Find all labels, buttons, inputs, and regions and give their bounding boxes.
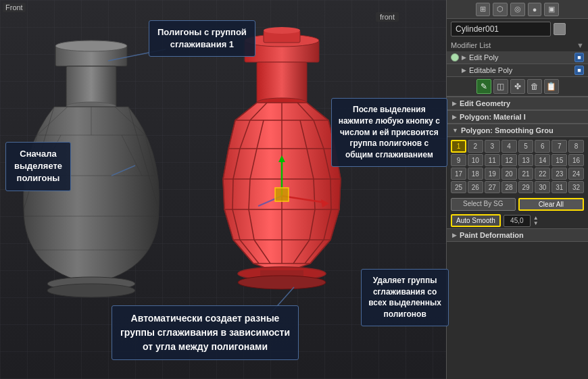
smoothing-groups-grid: 1 2 3 4 5 6 7 8 9 10 11 12 13 14 15 16 1…: [447, 137, 588, 196]
tooltip-auto-smooth-desc: Автоматически создает разныегруппы сглаж…: [112, 305, 299, 360]
tooltip-after-select: После выделениянажмите любую кнопку счис…: [331, 98, 447, 167]
select-by-sg-btn[interactable]: Select By SG: [451, 198, 516, 211]
svg-point-74: [238, 276, 326, 289]
sg-btn-11[interactable]: 11: [485, 154, 500, 166]
modifier-stack: ▶ Edit Poly ■ ▶ Editable Poly ■: [447, 51, 588, 77]
sg-btn-8[interactable]: 8: [568, 140, 584, 153]
sg-btn-24[interactable]: 24: [568, 168, 584, 180]
sg-btn-19[interactable]: 19: [485, 168, 500, 180]
sg-btn-14[interactable]: 14: [535, 154, 550, 166]
section-paint-deformation: ▶ Paint Deformation: [447, 228, 588, 242]
toolbar-delete-btn[interactable]: 🗑: [527, 79, 542, 94]
auto-smooth-value-input[interactable]: [504, 215, 531, 227]
modifier-list-label: Modifier List: [451, 41, 574, 49]
sg-btn-26[interactable]: 26: [468, 181, 483, 193]
modifier-list-arrow[interactable]: ▼: [577, 41, 584, 49]
clear-all-btn[interactable]: Clear All: [518, 198, 585, 211]
section-arrow-polygon-material: ▶: [452, 113, 457, 120]
svg-line-52: [232, 179, 233, 209]
sg-btn-21[interactable]: 21: [518, 168, 534, 180]
sg-btn-23[interactable]: 23: [552, 168, 567, 180]
sg-btn-7[interactable]: 7: [552, 140, 567, 153]
svg-line-56: [330, 179, 331, 209]
modifier-name-edit-poly: Edit Poly: [469, 53, 572, 61]
svg-rect-22: [257, 62, 307, 103]
sg-btn-25[interactable]: 25: [451, 181, 466, 193]
svg-point-19: [47, 284, 135, 297]
tooltip-polygon-group: Полигоны с группой сглаживания 1: [149, 20, 255, 57]
sg-btn-18[interactable]: 18: [468, 168, 483, 180]
svg-point-24: [264, 27, 300, 34]
section-title-edit-geometry: Edit Geometry: [460, 99, 510, 107]
toolbar-move-btn[interactable]: ✤: [510, 79, 525, 94]
toolbar-icon-box[interactable]: ▣: [544, 3, 559, 16]
sg-btn-4[interactable]: 4: [501, 140, 517, 153]
toolbar-icon-poly[interactable]: ⬡: [493, 3, 508, 16]
toolbar-icon-circle[interactable]: ◎: [510, 3, 525, 16]
modifier-play-btn-2[interactable]: ▶: [462, 67, 466, 74]
section-polygon-material: ▶ Polygon: Material I: [447, 110, 588, 124]
section-smoothing-groups: ▼ Polygon: Smoothing Grou 1 2 3 4 5 6 7 …: [447, 124, 588, 228]
panel-top-toolbar: ⊞ ⬡ ◎ ● ▣: [447, 0, 588, 19]
object-name-row: [447, 19, 588, 39]
sg-btn-30[interactable]: 30: [535, 181, 550, 193]
sg-btn-2[interactable]: 2: [468, 140, 483, 153]
section-header-edit-geometry[interactable]: ▶ Edit Geometry: [447, 97, 588, 110]
modifier-icon-editable-poly: ■: [574, 66, 584, 75]
auto-smooth-spinners[interactable]: ▲ ▼: [533, 216, 539, 226]
modifier-play-btn[interactable]: ▶: [462, 54, 466, 61]
section-edit-geometry: ▶ Edit Geometry: [447, 97, 588, 110]
sg-btn-20[interactable]: 20: [501, 168, 517, 180]
toolbar-clipboard-btn[interactable]: 📋: [544, 79, 559, 94]
auto-smooth-row: Auto Smooth ▲ ▼: [447, 213, 588, 228]
svg-rect-80: [275, 188, 289, 201]
modifier-editable-poly[interactable]: ▶ Editable Poly ■: [447, 64, 588, 77]
sg-btn-16[interactable]: 16: [568, 154, 584, 166]
sg-btn-15[interactable]: 15: [552, 154, 567, 166]
sg-action-buttons-row: Select By SG Clear All: [447, 196, 588, 213]
section-header-polygon-material[interactable]: ▶ Polygon: Material I: [447, 111, 588, 124]
section-header-paint-deformation[interactable]: ▶ Paint Deformation: [447, 229, 588, 242]
section-arrow-smoothing-groups: ▼: [452, 127, 458, 134]
sg-btn-9[interactable]: 9: [451, 154, 466, 166]
sg-btn-3[interactable]: 3: [485, 140, 500, 153]
object-color-swatch[interactable]: [554, 23, 566, 35]
sg-btn-13[interactable]: 13: [518, 154, 534, 166]
section-arrow-edit-geometry: ▶: [452, 100, 457, 107]
modifier-list-row: Modifier List ▼: [447, 39, 588, 51]
sg-btn-28[interactable]: 28: [501, 181, 517, 193]
section-arrow-paint-deformation: ▶: [452, 232, 457, 238]
sg-btn-12[interactable]: 12: [501, 154, 517, 166]
auto-smooth-down-arrow[interactable]: ▼: [533, 221, 539, 226]
modifier-action-toolbar: ✎ ◫ ✤ 🗑 📋: [447, 77, 588, 97]
modifier-visibility-eye[interactable]: [451, 53, 459, 61]
svg-point-1: [55, 41, 127, 51]
sg-btn-27[interactable]: 27: [485, 181, 500, 193]
modifier-edit-poly[interactable]: ▶ Edit Poly ■: [447, 51, 588, 64]
toolbar-wrench-btn[interactable]: ✎: [476, 79, 491, 94]
toolbar-icon-grid[interactable]: ⊞: [476, 3, 490, 16]
object-name-input[interactable]: [451, 22, 551, 36]
toolbar-icon-dot[interactable]: ●: [528, 3, 541, 16]
sg-btn-10[interactable]: 10: [468, 154, 483, 166]
svg-rect-2: [66, 66, 116, 107]
toolbar-stack-btn[interactable]: ◫: [493, 79, 508, 94]
sg-btn-5[interactable]: 5: [518, 140, 534, 153]
sg-btn-29[interactable]: 29: [518, 181, 534, 193]
section-header-smoothing-groups[interactable]: ▼ Polygon: Smoothing Grou: [447, 124, 588, 137]
modifier-icon-edit-poly: ■: [574, 53, 584, 62]
section-title-paint-deformation: Paint Deformation: [460, 231, 524, 239]
sg-btn-31[interactable]: 31: [552, 181, 567, 193]
auto-smooth-btn[interactable]: Auto Smooth: [451, 214, 501, 227]
tooltip-select-poly: Сначалавыделяетеполигоны: [5, 142, 71, 191]
sg-btn-1[interactable]: 1: [451, 140, 466, 153]
section-title-polygon-material: Polygon: Material I: [460, 113, 526, 121]
right-panel: ⊞ ⬡ ◎ ● ▣ Modifier List ▼ ▶ Edit Poly ■ …: [446, 0, 588, 379]
sg-btn-6[interactable]: 6: [535, 140, 550, 153]
sg-btn-32[interactable]: 32: [568, 181, 584, 193]
sg-btn-17[interactable]: 17: [451, 168, 466, 180]
view-label-front: front: [376, 12, 399, 22]
tooltip-clear-all-desc: Удаляет группысглаживания совсех выделен…: [361, 269, 449, 326]
sg-btn-22[interactable]: 22: [535, 168, 550, 180]
modifier-name-editable-poly: Editable Poly: [469, 66, 572, 74]
